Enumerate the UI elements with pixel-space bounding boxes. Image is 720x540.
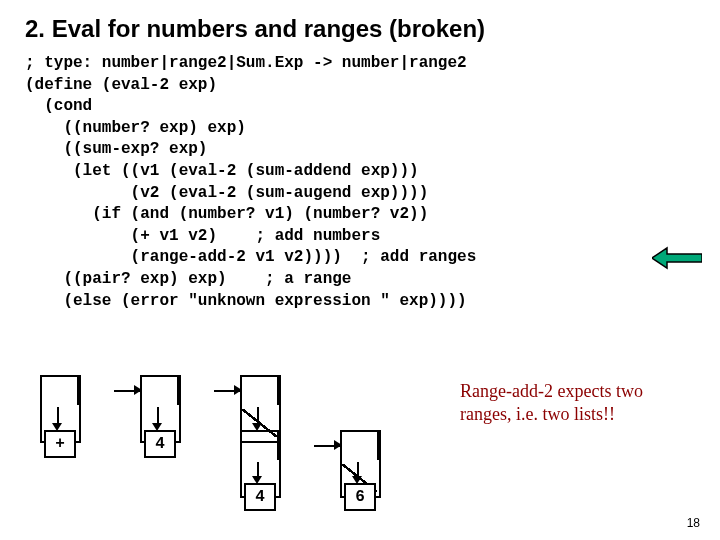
code-block: ; type: number|range2|Sum.Exp -> number|…	[25, 53, 695, 312]
code-line: (else (error "unknown expression " exp))…	[25, 292, 467, 310]
value-plus: +	[44, 430, 76, 458]
code-line: (let ((v1 (eval-2 (sum-addend exp)))	[25, 162, 419, 180]
code-line: (v2 (eval-2 (sum-augend exp))))	[25, 184, 428, 202]
code-line: (+ v1 v2) ; add numbers	[25, 227, 380, 245]
code-line: (cond	[25, 97, 92, 115]
arrow-icon	[652, 243, 702, 263]
code-line: (if (and (number? v1) (number? v2))	[25, 205, 428, 223]
code-line: (define (eval-2 exp)	[25, 76, 217, 94]
code-line: (range-add-2 v1 v2)))) ; add ranges	[25, 248, 476, 266]
slide-title: 2. Eval for numbers and ranges (broken)	[25, 15, 695, 43]
value-4a: 4	[144, 430, 176, 458]
svg-marker-0	[652, 248, 702, 268]
code-line: ((sum-exp? exp)	[25, 140, 207, 158]
code-line: ((pair? exp) exp) ; a range	[25, 270, 351, 288]
value-4b: 4	[244, 483, 276, 511]
page-number: 18	[687, 516, 700, 530]
code-line: ; type: number|range2|Sum.Exp -> number|…	[25, 54, 467, 72]
comment-text: Range-add-2 expects two ranges, i.e. two…	[460, 380, 660, 427]
code-line: ((number? exp) exp)	[25, 119, 246, 137]
value-6: 6	[344, 483, 376, 511]
